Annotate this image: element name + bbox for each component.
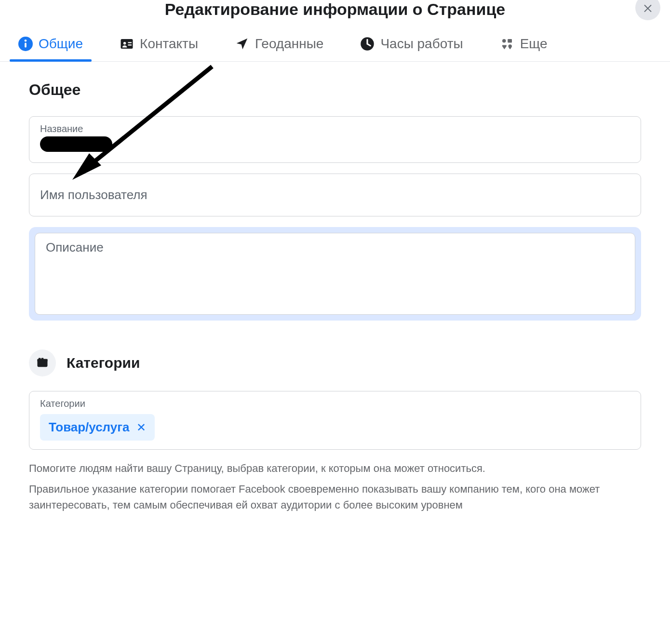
content-area: Общее Название Имя пользователя Описание… xyxy=(0,62,670,513)
tab-label: Часы работы xyxy=(380,36,463,52)
categories-field[interactable]: Категории Товар/услуга ✕ xyxy=(29,391,641,450)
tabs-bar: Общие Контакты Геоданные Часы работы Еще xyxy=(0,29,670,62)
description-placeholder: Описание xyxy=(46,240,624,255)
svg-point-2 xyxy=(25,40,27,42)
username-placeholder: Имя пользователя xyxy=(40,188,630,202)
info-icon xyxy=(18,37,33,51)
categories-label: Категории xyxy=(40,398,630,409)
description-field[interactable]: Описание xyxy=(35,233,635,315)
name-value-redacted xyxy=(40,136,112,152)
dialog-title: Редактирование информации о Странице xyxy=(165,0,505,19)
name-label: Название xyxy=(40,123,630,134)
help-line-1: Помогите людям найти вашу Страницу, выбр… xyxy=(29,460,641,476)
tag-icon xyxy=(36,356,49,370)
tab-label: Общие xyxy=(39,36,83,52)
tab-hours[interactable]: Часы работы xyxy=(356,29,467,61)
description-focus-ring: Описание xyxy=(29,227,641,321)
tab-more[interactable]: Еще xyxy=(496,29,551,61)
svg-point-8 xyxy=(502,39,506,43)
svg-rect-15 xyxy=(41,358,44,360)
svg-rect-9 xyxy=(508,39,512,43)
tab-label: Еще xyxy=(520,36,548,52)
categories-title: Категории xyxy=(67,355,140,371)
more-grid-icon xyxy=(500,37,514,51)
name-field[interactable]: Название xyxy=(29,116,641,163)
close-icon xyxy=(642,2,654,13)
categories-help-text: Помогите людям найти вашу Страницу, выбр… xyxy=(29,460,641,513)
svg-rect-5 xyxy=(128,42,132,43)
svg-rect-14 xyxy=(39,358,41,360)
username-field[interactable]: Имя пользователя xyxy=(29,174,641,216)
dialog-header: Редактирование информации о Странице xyxy=(0,0,670,23)
location-arrow-icon xyxy=(235,37,249,51)
chip-remove-button[interactable]: ✕ xyxy=(136,422,146,433)
tab-label: Контакты xyxy=(140,36,198,52)
svg-rect-1 xyxy=(25,43,27,48)
close-button[interactable] xyxy=(635,0,660,20)
categories-icon-circle xyxy=(29,349,56,376)
help-line-2: Правильное указание категории помогает F… xyxy=(29,481,641,513)
tab-contacts[interactable]: Контакты xyxy=(116,29,202,61)
clock-icon xyxy=(360,37,375,51)
category-chip-label: Товар/услуга xyxy=(49,420,130,435)
svg-point-4 xyxy=(123,42,126,45)
tab-geodata[interactable]: Геоданные xyxy=(231,29,327,61)
categories-header: Категории xyxy=(29,349,641,376)
category-chip: Товар/услуга ✕ xyxy=(40,414,155,441)
svg-rect-6 xyxy=(128,44,132,45)
tab-general[interactable]: Общие xyxy=(14,29,87,61)
tab-label: Геоданные xyxy=(255,36,323,52)
section-title-general: Общее xyxy=(29,81,641,99)
contact-card-icon xyxy=(120,37,134,51)
